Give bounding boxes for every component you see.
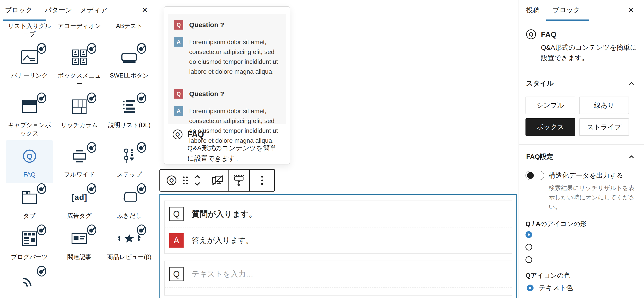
tab-block-label: ブロック xyxy=(552,6,580,15)
preview-question-text: Question ? xyxy=(189,21,224,29)
tab-blocks-label: ブロック xyxy=(5,6,32,15)
svg-text:Q: Q xyxy=(169,177,174,184)
block-tile-faq-selected[interactable]: Q FAQ xyxy=(6,140,53,183)
structured-data-toggle-off[interactable] xyxy=(526,171,544,180)
move-up-down-buttons[interactable] xyxy=(194,175,200,186)
block-tile-ad-tag[interactable]: [ad] 広告タグ xyxy=(56,186,103,220)
tile-label: ABテスト xyxy=(116,22,143,30)
close-sidebar-button[interactable]: ✕ xyxy=(628,5,634,14)
block-card: Q FAQ Q&A形式のコンテンツを簡単に設置できます。 xyxy=(519,20,644,71)
tile-label: ブログパーツ xyxy=(11,253,48,261)
tile-label: FAQ xyxy=(24,171,36,179)
tile-label: タブ xyxy=(23,212,36,220)
related-article-icon xyxy=(71,232,88,245)
style-box-button-selected[interactable]: ボックス xyxy=(526,118,575,136)
drag-handle-icon[interactable] xyxy=(183,176,188,185)
inserter-tab-bar: ブロック パターン メディア ✕ xyxy=(0,0,159,20)
style-simple-button[interactable]: シンプル xyxy=(526,97,575,114)
banner-link-icon xyxy=(21,50,38,64)
block-tile-caption-box[interactable]: キャプションボックス xyxy=(6,95,53,137)
swell-whale-badge-icon xyxy=(36,224,47,236)
tile-label: キャプションボックス xyxy=(6,121,52,137)
color-option-text-color[interactable]: テキスト色 xyxy=(527,283,644,292)
swell-whale-badge-icon xyxy=(36,265,47,277)
faq-item-group: Q 質問が入ります。 A 答えが入ります。 xyxy=(164,201,512,254)
faq-question-row-empty[interactable]: Q テキストを入力… xyxy=(165,261,512,287)
block-tile-related-article[interactable]: 関連記事 xyxy=(56,227,103,261)
block-tile-swell-button[interactable]: SWELLボタン xyxy=(106,45,153,88)
tab-patterns-label: パターン xyxy=(45,6,72,15)
editor-canvas: Q Question ? A Lorem ipsum dolor sit ame… xyxy=(159,0,519,298)
empty-cell xyxy=(56,268,103,291)
swell-whale-badge-icon xyxy=(136,224,147,236)
block-tile-speech-balloon[interactable]: ふきだし xyxy=(106,186,153,220)
faq-settings-panel: FAQ設定 構造化データを出力する 検索結果にリッチリザルトを表示したい時にオン… xyxy=(519,144,644,298)
block-spacing-icon[interactable] xyxy=(233,175,245,186)
step-icon xyxy=(122,148,136,164)
tile-label: SWELLボタン xyxy=(110,71,149,80)
block-tile-full-wide[interactable]: フルワイド xyxy=(56,144,103,179)
rss-arc-icon xyxy=(22,272,38,288)
style-line-button[interactable]: 線あり xyxy=(579,97,629,114)
question-text[interactable]: 質問が入ります。 xyxy=(192,209,257,220)
tab-post[interactable]: 投稿 xyxy=(526,0,540,20)
block-tile-accordion[interactable]: アコーディオン xyxy=(56,20,103,39)
tab-blocks[interactable]: ブロック xyxy=(5,0,32,20)
style-stripe-button[interactable]: ストライプ xyxy=(579,118,629,136)
chevron-up-icon xyxy=(629,155,634,159)
faq-q-circle-icon: Q xyxy=(173,129,182,139)
tab-media[interactable]: メディア xyxy=(80,0,108,20)
block-toolbar: Q xyxy=(160,169,275,192)
faq-q-circle-icon: Q xyxy=(22,149,37,163)
question-badge: Q xyxy=(169,267,184,281)
block-tile-tab[interactable]: タブ xyxy=(6,186,53,220)
faq-block-selected[interactable]: Q 質問が入ります。 A 答えが入ります。 Q テキストを入力… xyxy=(160,194,517,298)
shape-radio[interactable] xyxy=(526,256,532,263)
tab-patterns[interactable]: パターン xyxy=(45,0,72,20)
shape-radio-selected[interactable] xyxy=(526,231,532,238)
block-tile-dl-list[interactable]: 説明リスト(DL) xyxy=(106,95,153,137)
swell-whale-badge-icon xyxy=(86,224,97,236)
radio-selected[interactable] xyxy=(527,284,534,291)
faq-answer-row[interactable]: A 答えが入ります。 xyxy=(165,227,512,253)
block-tile-list-group[interactable]: リスト入りグループ xyxy=(6,20,53,39)
style-panel-header[interactable]: スタイル xyxy=(519,73,644,94)
icon-shape-radios xyxy=(519,230,644,263)
answer-text[interactable]: 答えが入ります。 xyxy=(192,235,253,246)
q-icon-color-radios: テキスト色 メインカラー カスタムカラー テキスト色（塗り潰し） xyxy=(519,281,644,298)
block-grid: リスト入りグループ アコーディオン ABテスト バナーリンク xyxy=(6,20,153,291)
block-tile-banner-link[interactable]: バナーリンク xyxy=(6,45,53,88)
chevron-up-icon xyxy=(629,82,634,85)
block-inserter-panel: ブロック パターン メディア ✕ リスト入りグループ アコーディオン ABテスト xyxy=(0,0,159,298)
swell-whale-badge-icon xyxy=(136,183,147,195)
faq-item-group: Q テキストを入力… xyxy=(164,261,512,295)
faq-settings-header[interactable]: FAQ設定 xyxy=(519,146,644,167)
tile-label: ふきだし xyxy=(117,212,142,220)
block-tile-step[interactable]: ステップ xyxy=(106,144,153,179)
tab-block[interactable]: ブロック xyxy=(552,0,580,20)
swell-whale-badge-icon xyxy=(36,92,47,104)
preview-q-badge: Q xyxy=(174,20,183,30)
block-tile-box-menu[interactable]: ボックスメニュー xyxy=(56,45,103,88)
faq-block-type-button[interactable]: Q xyxy=(166,175,177,186)
structured-data-toggle-label: 構造化データを出力する xyxy=(549,171,624,180)
preview-block-description: Q&A形式のコンテンツを簡単に設置できます。 xyxy=(188,143,283,164)
block-tile-review-stars[interactable]: 商品レビュー(β) xyxy=(106,227,153,261)
close-inserter-button[interactable]: ✕ xyxy=(142,5,148,14)
shape-radio[interactable] xyxy=(526,244,532,250)
block-card-title: FAQ xyxy=(541,30,556,39)
ad-tag-icon: [ad] xyxy=(72,193,87,202)
block-tile-ab-test[interactable]: ABテスト xyxy=(106,20,153,39)
block-tile-partial[interactable] xyxy=(6,268,53,291)
preview-a-badge: A xyxy=(174,106,183,116)
block-tile-rich-columns[interactable]: リッチカラム xyxy=(56,95,103,137)
faq-question-row[interactable]: Q 質問が入ります。 xyxy=(165,201,512,227)
question-placeholder[interactable]: テキストを入力… xyxy=(192,269,253,279)
description-list-icon xyxy=(122,99,136,114)
options-ellipsis-icon[interactable] xyxy=(261,176,263,185)
block-card-description: Q&A形式のコンテンツを簡単に設置できます。 xyxy=(541,42,637,63)
device-visibility-icon[interactable] xyxy=(212,175,224,186)
tile-label: フルワイド xyxy=(64,171,95,179)
active-tab-underline xyxy=(3,20,46,21)
block-tile-blog-parts[interactable]: ブログパーツ xyxy=(6,227,53,261)
